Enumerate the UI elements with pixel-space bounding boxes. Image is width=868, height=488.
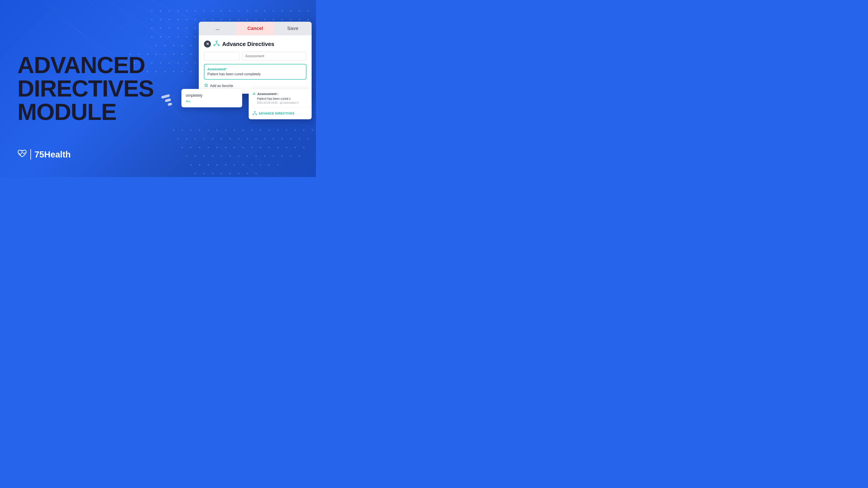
svg-point-130 — [164, 71, 165, 72]
svg-point-34 — [273, 19, 274, 20]
logo-heart-icon — [18, 150, 27, 160]
svg-point-204 — [234, 164, 235, 165]
svg-point-185 — [186, 156, 187, 157]
svg-point-208 — [269, 164, 270, 165]
svg-point-225 — [254, 111, 255, 112]
modal-header-buttons: ... Cancel Save — [199, 22, 312, 35]
modal-close-button[interactable]: ✕ — [204, 40, 211, 47]
dash-2 — [165, 98, 171, 102]
svg-point-187 — [203, 156, 205, 157]
svg-point-212 — [212, 173, 213, 174]
advance-directives-link[interactable]: ADVANCE DIRECTIVES — [259, 112, 294, 115]
svg-point-163 — [255, 138, 257, 139]
svg-point-118 — [186, 62, 187, 64]
svg-point-78 — [164, 45, 165, 46]
svg-point-31 — [247, 19, 248, 20]
svg-point-201 — [208, 164, 209, 165]
svg-point-198 — [299, 156, 300, 157]
svg-point-183 — [294, 147, 296, 148]
svg-point-60 — [160, 36, 161, 37]
svg-point-218 — [216, 41, 217, 42]
svg-point-42 — [168, 28, 170, 29]
advance-directives-link-row[interactable]: ADVANCE DIRECTIVES — [249, 107, 312, 119]
assessment-input[interactable] — [242, 52, 306, 61]
svg-point-145 — [242, 129, 244, 131]
edit-icon — [253, 92, 256, 96]
svg-point-137 — [173, 129, 174, 131]
type-select[interactable] — [204, 52, 239, 61]
svg-point-167 — [290, 138, 291, 139]
svg-point-138 — [182, 129, 183, 131]
svg-point-1 — [160, 10, 161, 11]
svg-point-41 — [160, 28, 161, 29]
star-icon — [204, 83, 208, 89]
svg-point-116 — [168, 62, 170, 64]
svg-point-153 — [312, 129, 313, 131]
logo-divider — [30, 149, 31, 160]
svg-point-131 — [173, 71, 174, 72]
svg-point-175 — [225, 147, 226, 148]
modal-save-button[interactable]: Save — [274, 22, 312, 35]
assessment-row: Assessment : — [253, 92, 308, 96]
svg-point-184 — [303, 147, 305, 148]
logo-text: 75Health — [34, 150, 71, 159]
svg-point-59 — [151, 36, 153, 37]
assessment-card-title: Assessment : — [257, 92, 279, 96]
title-line-1: ADVANCED — [18, 53, 154, 77]
modal-cancel-button[interactable]: Cancel — [236, 22, 274, 35]
modal-back-button[interactable]: ... — [199, 22, 236, 35]
directive-icon — [214, 41, 220, 47]
svg-point-16 — [290, 10, 291, 11]
svg-point-150 — [286, 129, 287, 131]
add-favorite-row[interactable]: Add as favorite — [204, 83, 306, 89]
svg-point-100 — [182, 54, 183, 55]
svg-point-220 — [218, 45, 219, 46]
svg-point-161 — [238, 138, 239, 139]
svg-point-142 — [216, 129, 218, 131]
svg-point-215 — [238, 173, 239, 174]
svg-point-213 — [221, 173, 222, 174]
svg-point-174 — [216, 147, 218, 148]
svg-point-227 — [256, 114, 257, 115]
svg-point-26 — [203, 19, 205, 20]
svg-point-173 — [208, 147, 209, 148]
hero-content: ADVANCED DIRECTIVES MODULE — [18, 53, 154, 124]
lower-card-right: Assessment : Patient has been cured c 20… — [249, 89, 312, 119]
svg-point-22 — [168, 19, 170, 20]
svg-point-147 — [260, 129, 261, 131]
lower-card-tag: Acc — [186, 100, 238, 103]
svg-point-179 — [260, 147, 261, 148]
svg-point-151 — [294, 129, 296, 131]
svg-point-6 — [203, 10, 205, 11]
svg-point-166 — [281, 138, 283, 139]
svg-point-117 — [177, 62, 179, 64]
svg-point-5 — [195, 10, 196, 11]
svg-point-98 — [164, 54, 165, 55]
svg-point-32 — [255, 19, 257, 20]
svg-point-9 — [229, 10, 231, 11]
svg-point-226 — [253, 114, 254, 115]
svg-point-129 — [156, 71, 157, 72]
svg-point-28 — [221, 19, 222, 20]
assessment-value: Patient has been cured completely — [208, 72, 303, 76]
lower-card-assessment: Assessment : Patient has been cured c 20… — [249, 89, 312, 107]
svg-point-189 — [221, 156, 222, 157]
assessment-field: Assessment* Patient has been cured compl… — [204, 64, 306, 79]
svg-point-178 — [251, 147, 252, 148]
svg-point-188 — [212, 156, 213, 157]
svg-point-38 — [308, 19, 309, 20]
svg-point-2 — [168, 10, 170, 11]
logo-container: 75Health — [18, 149, 71, 160]
svg-point-141 — [208, 129, 209, 131]
svg-point-144 — [234, 129, 235, 131]
svg-point-99 — [173, 54, 174, 55]
svg-point-209 — [277, 164, 278, 165]
timestamp: 2024-10-29 18:04 qa Automation A — [257, 101, 308, 104]
svg-point-206 — [251, 164, 252, 165]
svg-point-195 — [273, 156, 274, 157]
svg-point-197 — [290, 156, 291, 157]
svg-point-45 — [195, 28, 196, 29]
svg-point-211 — [203, 173, 205, 174]
svg-point-199 — [190, 164, 192, 165]
svg-point-139 — [190, 129, 192, 131]
